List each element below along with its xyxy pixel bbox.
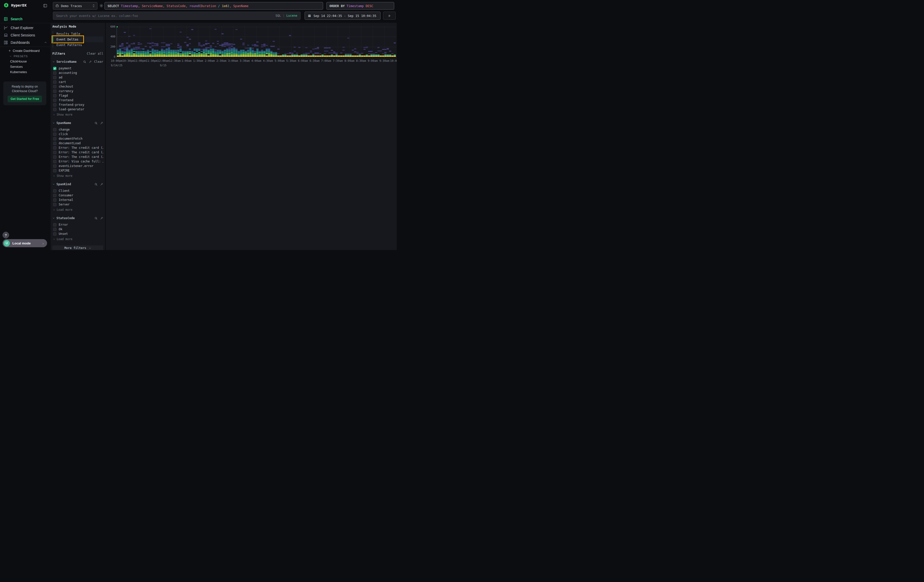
filter-group-name[interactable]: SpanKind: [56, 183, 71, 186]
sidebar-collapse-icon[interactable]: [43, 3, 47, 8]
analysis-mode-option[interactable]: Event Deltas: [53, 36, 103, 42]
local-mode-menu[interactable]: U Local mode ›: [3, 239, 47, 247]
filter-checkbox-row[interactable]: load-generator: [52, 107, 103, 112]
filter-checkbox-row[interactable]: Server: [52, 202, 103, 207]
time-range-picker[interactable]: Sep 14 22:04:35 - Sep 15 10:04:35: [305, 12, 381, 20]
pin-icon[interactable]: [100, 122, 103, 125]
checkbox[interactable]: [53, 108, 56, 111]
checkbox[interactable]: [53, 128, 56, 131]
filter-checkbox-row[interactable]: flagd: [52, 93, 103, 98]
checkbox[interactable]: [53, 223, 56, 226]
analysis-mode-option[interactable]: Event Patterns: [53, 42, 103, 48]
filter-checkbox-row[interactable]: Internal: [52, 198, 103, 202]
checkbox[interactable]: [53, 160, 56, 163]
clear-all-filters-button[interactable]: Clear all: [87, 52, 103, 55]
more-filters-button[interactable]: More filters: [52, 246, 103, 250]
pin-icon[interactable]: [100, 217, 103, 220]
checkbox[interactable]: [53, 228, 56, 231]
checkbox[interactable]: [53, 85, 56, 88]
logo[interactable]: HyperDX: [3, 3, 26, 8]
filter-checkbox-row[interactable]: Error: The credit card (…: [52, 155, 103, 159]
sidebar-item-search[interactable]: Search: [3, 15, 51, 23]
filter-checkbox-row[interactable]: Unset: [52, 232, 103, 236]
filter-checkbox-row[interactable]: Consumer: [52, 193, 103, 198]
help-button[interactable]: ?: [3, 232, 9, 238]
search-icon[interactable]: [83, 60, 86, 64]
sidebar-item-chart-explorer[interactable]: Chart Explorer: [0, 24, 51, 31]
filter-checkbox-row[interactable]: click: [52, 132, 103, 137]
filter-checkbox-row[interactable]: documentLoad: [52, 141, 103, 145]
pin-icon[interactable]: [89, 60, 92, 64]
language-sql-option[interactable]: SQL: [276, 14, 281, 18]
filter-group-footer-link[interactable]: › Load more: [53, 237, 103, 241]
checkbox[interactable]: [53, 133, 56, 136]
analysis-mode-option[interactable]: Results Table: [53, 31, 103, 36]
search-icon[interactable]: [94, 122, 98, 125]
checkbox[interactable]: [53, 155, 56, 159]
chevron-down-icon[interactable]: [52, 217, 55, 219]
filter-checkbox-row[interactable]: Error: The credit card (…: [52, 145, 103, 150]
checkbox[interactable]: [53, 232, 56, 236]
filter-checkbox-row[interactable]: Error: The credit card (…: [52, 150, 103, 155]
checkbox[interactable]: [53, 189, 56, 193]
search-icon[interactable]: [94, 217, 98, 220]
sql-select-input[interactable]: SELECT Timestamp, ServiceName, StatusCod…: [104, 2, 323, 10]
preset-dashboard-link[interactable]: ClickHouse: [0, 59, 51, 64]
filter-checkbox-row[interactable]: change: [52, 127, 103, 132]
presets-toggle[interactable]: PRESETS: [0, 53, 51, 59]
filter-checkbox-row[interactable]: documentFetch: [52, 137, 103, 141]
chevron-down-icon[interactable]: [52, 183, 55, 185]
checkbox[interactable]: [53, 89, 56, 93]
filter-checkbox-row[interactable]: EXPIRE: [52, 168, 103, 173]
checkbox[interactable]: [53, 146, 56, 150]
checkbox[interactable]: [53, 151, 56, 154]
filter-group-footer-link[interactable]: › Show more: [53, 112, 103, 117]
search-input[interactable]: Search your events w/ Lucene ex. column:…: [53, 12, 300, 20]
filter-checkbox-row[interactable]: payment: [52, 66, 103, 71]
source-select[interactable]: Demo Traces: [53, 2, 97, 10]
filter-group-footer-link[interactable]: › Load more: [53, 208, 103, 212]
filter-checkbox-row[interactable]: currency: [52, 89, 103, 93]
get-started-button[interactable]: Get Started for Free: [8, 96, 42, 102]
filter-group-clear-button[interactable]: Clear: [94, 60, 103, 64]
search-icon[interactable]: [94, 183, 98, 186]
checkbox[interactable]: [53, 67, 56, 70]
chevron-down-icon[interactable]: [52, 61, 55, 63]
preset-dashboard-link[interactable]: Kubernetes: [0, 69, 51, 75]
filter-checkbox-row[interactable]: ad: [52, 75, 103, 80]
checkbox[interactable]: [53, 198, 56, 202]
checkbox[interactable]: [53, 203, 56, 206]
checkbox[interactable]: [53, 99, 56, 102]
filter-checkbox-row[interactable]: frontend-proxy: [52, 102, 103, 107]
language-lucene-option[interactable]: Lucene: [286, 14, 297, 18]
checkbox[interactable]: [53, 103, 56, 107]
filter-checkbox-row[interactable]: Error: [52, 223, 103, 227]
filter-checkbox-row[interactable]: Error: Visa cache full: …: [52, 159, 103, 164]
checkbox[interactable]: [53, 137, 56, 140]
filter-group-name[interactable]: StatusCode: [56, 216, 75, 220]
filter-checkbox-row[interactable]: Ok: [52, 227, 103, 232]
checkbox[interactable]: [53, 169, 56, 172]
filter-checkbox-row[interactable]: cart: [52, 80, 103, 84]
checkbox[interactable]: [53, 194, 56, 197]
checkbox[interactable]: [53, 142, 56, 145]
sidebar-item-client-sessions[interactable]: Client Sessions: [0, 31, 51, 39]
filter-checkbox-row[interactable]: accounting: [52, 71, 103, 75]
pin-icon[interactable]: [100, 183, 103, 186]
checkbox[interactable]: [53, 71, 56, 75]
create-dashboard-button[interactable]: + Create Dashboard: [0, 48, 51, 53]
filter-group-name[interactable]: ServiceName: [56, 60, 76, 64]
filter-checkbox-row[interactable]: frontend: [52, 98, 103, 102]
chevron-down-icon[interactable]: [52, 122, 55, 124]
filter-group-name[interactable]: SpanName: [56, 121, 71, 125]
checkbox[interactable]: [53, 94, 56, 97]
preset-dashboard-link[interactable]: Services: [0, 64, 51, 69]
filter-group-footer-link[interactable]: › Show more: [53, 173, 103, 178]
checkbox[interactable]: [53, 76, 56, 79]
sidebar-item-dashboards[interactable]: Dashboards: [0, 39, 51, 46]
checkbox[interactable]: [53, 81, 56, 84]
run-query-button[interactable]: [383, 12, 396, 20]
checkbox[interactable]: [53, 165, 56, 168]
order-by-input[interactable]: ORDER BY Timestamp DESC: [327, 2, 394, 10]
filter-checkbox-row[interactable]: checkout: [52, 84, 103, 89]
